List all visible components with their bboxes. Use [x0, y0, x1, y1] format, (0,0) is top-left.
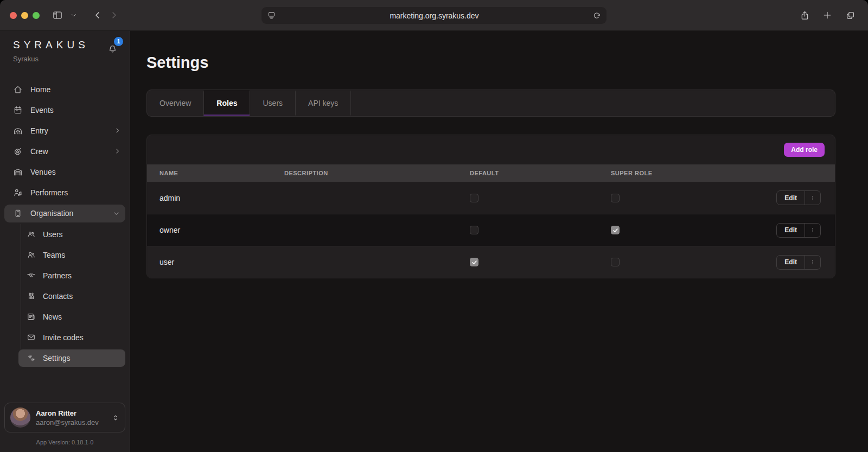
venue-building-icon: [13, 167, 23, 177]
super-role-checkbox[interactable]: [611, 258, 620, 266]
page-title: Settings: [146, 54, 835, 72]
app-version: App Version: 0.18.1-0: [0, 439, 130, 445]
sidebar-header: SYRAKUS Syrakus 1: [0, 40, 130, 63]
tab-roles[interactable]: Roles: [203, 90, 250, 116]
page-settings-icon[interactable]: [267, 11, 276, 20]
newspaper-icon: [27, 312, 36, 321]
sidebar-menu-button[interactable]: [66, 8, 82, 23]
role-name: owner: [159, 226, 284, 234]
url-text[interactable]: marketing.org.syrakus.dev: [276, 11, 592, 20]
crew-badge-icon: [13, 147, 23, 156]
tabs-icon: [845, 10, 856, 21]
sidebar-item-label: Settings: [43, 354, 71, 362]
sidebar-item-news[interactable]: News: [21, 307, 130, 327]
sidebar-toggle-button[interactable]: [49, 8, 66, 23]
contacts-people-icon: [27, 291, 36, 301]
chevron-up-down-icon: [112, 414, 119, 422]
toolbar-right-actions: [796, 8, 858, 23]
user-menu[interactable]: Aaron Ritter aaron@syrakus.dev: [4, 403, 125, 432]
column-header-name: NAME: [159, 170, 284, 176]
sidebar-item-label: Events: [30, 106, 54, 114]
sidebar-item-events[interactable]: Events: [0, 100, 130, 120]
tab-overview[interactable]: Overview: [147, 90, 203, 116]
user-name: Aaron Ritter: [36, 409, 99, 417]
default-checkbox[interactable]: [470, 258, 478, 266]
edit-role-button[interactable]: Edit: [777, 224, 805, 237]
sidebar-item-label: Teams: [43, 251, 65, 259]
address-bar[interactable]: marketing.org.syrakus.dev: [261, 7, 607, 24]
settings-tabs: Overview Roles Users API keys: [146, 90, 835, 117]
sidebar-item-contacts[interactable]: Contacts: [21, 286, 130, 307]
sidebar-item-label: Contacts: [43, 292, 73, 301]
sidebar-item-label: Home: [30, 85, 50, 94]
chevron-down-icon: [113, 210, 120, 217]
performer-music-icon: [13, 188, 23, 198]
sidebar-item-label: Performers: [30, 188, 68, 197]
back-button[interactable]: [90, 8, 106, 23]
notifications-button[interactable]: 1: [107, 44, 118, 54]
sidebar-item-crew[interactable]: Crew: [0, 141, 130, 162]
row-actions: Edit: [776, 190, 821, 205]
entry-gate-icon: [13, 126, 23, 136]
row-actions: Edit: [776, 255, 821, 270]
main-content: Settings Overview Roles Users API keys A…: [130, 31, 868, 452]
sidebar-item-venues[interactable]: Venues: [0, 162, 130, 182]
chevron-left-icon: [93, 10, 103, 20]
organisation-subnav: Users Teams Partners: [21, 224, 130, 367]
role-name: admin: [159, 194, 284, 202]
default-checkbox[interactable]: [470, 194, 478, 202]
reload-icon[interactable]: [592, 11, 601, 20]
sidebar-item-entry[interactable]: Entry: [0, 120, 130, 141]
row-menu-button[interactable]: [805, 256, 820, 269]
share-icon: [800, 10, 810, 21]
zoom-window-button[interactable]: [33, 12, 40, 19]
minimize-window-button[interactable]: [21, 12, 28, 19]
browser-window: marketing.org.syrakus.dev: [0, 0, 868, 452]
handshake-icon: [27, 271, 36, 280]
tab-users[interactable]: Users: [250, 90, 295, 116]
table-row: user Edit: [147, 246, 835, 278]
default-checkbox[interactable]: [470, 226, 478, 234]
sidebar-item-organisation[interactable]: Organisation: [4, 205, 125, 222]
tab-api-keys[interactable]: API keys: [295, 90, 351, 116]
plus-icon: [822, 10, 832, 20]
add-role-button[interactable]: Add role: [784, 143, 825, 157]
users-group-icon: [27, 230, 36, 239]
sidebar-item-label: Users: [43, 230, 63, 239]
sidebar-item-invite-codes[interactable]: Invite codes: [21, 327, 130, 348]
forward-button[interactable]: [106, 8, 122, 23]
column-header-description: DESCRIPTION: [284, 170, 470, 176]
edit-role-button[interactable]: Edit: [777, 256, 805, 269]
close-window-button[interactable]: [10, 12, 17, 19]
home-icon: [13, 85, 23, 94]
avatar: [10, 408, 30, 428]
chevron-right-icon: [114, 127, 121, 134]
sidebar-item-performers[interactable]: Performers: [0, 182, 130, 203]
share-button[interactable]: [796, 8, 813, 23]
row-menu-button[interactable]: [805, 191, 820, 205]
roles-toolbar: Add role: [147, 135, 835, 164]
super-role-checkbox[interactable]: [611, 226, 620, 234]
org-name: Syrakus: [13, 55, 89, 63]
gears-icon: [27, 353, 36, 362]
sidebar-item-label: Venues: [30, 168, 56, 176]
super-role-checkbox[interactable]: [611, 194, 620, 202]
sidebar-item-label: Invite codes: [43, 333, 84, 342]
sidebar: SYRAKUS Syrakus 1 Home: [0, 31, 130, 452]
notification-badge: 1: [114, 37, 123, 46]
chevron-down-icon: [71, 12, 77, 18]
sidebar-item-users[interactable]: Users: [21, 224, 130, 245]
window-controls: [10, 12, 40, 19]
sidebar-item-settings[interactable]: Settings: [18, 349, 125, 367]
row-menu-button[interactable]: [805, 224, 820, 237]
table-row: admin Edit: [147, 182, 835, 214]
calendar-icon: [13, 105, 23, 115]
sidebar-item-partners[interactable]: Partners: [21, 265, 130, 286]
edit-role-button[interactable]: Edit: [777, 191, 805, 205]
sidebar-nav: Home Events Entry: [0, 79, 130, 368]
tab-overview-button[interactable]: [842, 8, 858, 23]
column-header-default: DEFAULT: [470, 170, 611, 176]
new-tab-button[interactable]: [819, 8, 835, 23]
sidebar-item-home[interactable]: Home: [0, 79, 130, 100]
sidebar-item-teams[interactable]: Teams: [21, 245, 130, 265]
